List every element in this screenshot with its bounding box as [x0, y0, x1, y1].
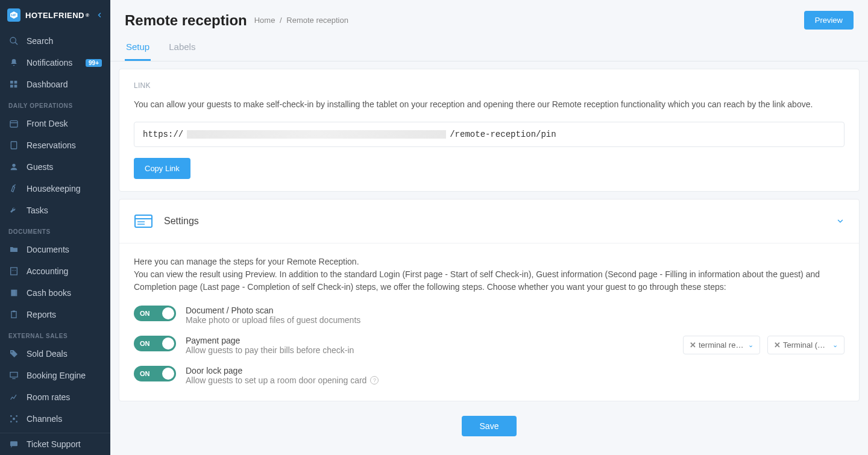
broom-icon: [8, 183, 19, 194]
page-header: Remote reception Home / Remote reception…: [110, 0, 868, 36]
sidebar-item-cash-books[interactable]: Cash books: [0, 282, 110, 304]
save-wrapper: Save: [110, 409, 868, 444]
sidebar-item-sold-deals[interactable]: Sold Deals: [0, 343, 110, 365]
link-card: LINK You can allow your guests to make s…: [119, 69, 860, 192]
sidebar-item-search[interactable]: Search: [0, 30, 110, 52]
section-daily-operations: DAILY OPERATIONS: [0, 95, 110, 113]
collapse-sidebar-icon[interactable]: [96, 11, 103, 19]
breadcrumb-sep: /: [280, 16, 282, 25]
chevron-down-icon[interactable]: [836, 217, 844, 225]
sidebar-label: Sold Deals: [27, 349, 68, 359]
search-icon: [8, 36, 19, 46]
svg-point-24: [10, 415, 12, 417]
monitor-icon: [8, 370, 19, 381]
sidebar-item-tasks[interactable]: Tasks: [0, 199, 110, 221]
sidebar-item-front-desk[interactable]: Front Desk: [0, 113, 110, 134]
svg-rect-29: [135, 215, 152, 227]
settings-description: Here you can manage the steps for your R…: [134, 256, 844, 293]
document-icon: [8, 140, 19, 151]
toggle-row-door-lock: ON Door lock page Allow guests to set up…: [134, 366, 844, 385]
sidebar-item-guests[interactable]: Guests: [0, 156, 110, 178]
wrench-icon: [8, 205, 19, 216]
toggle-subtitle: Make photo or upload files of guest docu…: [186, 315, 844, 325]
section-documents: DOCUMENTS: [0, 221, 110, 239]
sidebar-item-housekeeping[interactable]: Housekeeping: [0, 178, 110, 199]
svg-rect-28: [10, 441, 17, 446]
sidebar-item-reports[interactable]: Reports: [0, 304, 110, 325]
url-prefix: https://: [143, 130, 183, 139]
breadcrumb-current[interactable]: Remote reception: [286, 16, 348, 25]
svg-rect-10: [11, 142, 16, 149]
svg-point-15: [15, 270, 16, 271]
svg-rect-4: [10, 81, 13, 84]
dropdown-value: Terminal (Ady…: [783, 340, 829, 350]
breadcrumb: Home / Remote reception: [254, 16, 348, 25]
svg-rect-17: [16, 290, 17, 297]
preview-button[interactable]: Preview: [804, 11, 854, 30]
payment-dropdown-terminal-2[interactable]: ✕ Terminal (Ady… ⌄: [767, 336, 844, 354]
brand: HF HOTELFRIEND®: [0, 0, 110, 30]
url-suffix: /remote-reception/pin: [450, 130, 556, 139]
sidebar-label: Room rates: [27, 392, 70, 402]
sidebar-label: Documents: [27, 245, 69, 254]
save-button[interactable]: Save: [462, 416, 517, 436]
sidebar-item-channels[interactable]: Channels: [0, 408, 110, 430]
sidebar-item-booking-engine[interactable]: Booking Engine: [0, 365, 110, 386]
settings-header[interactable]: Settings: [119, 199, 859, 243]
settings-title: Settings: [164, 216, 836, 227]
sidebar-item-dashboard[interactable]: Dashboard: [0, 74, 110, 95]
sidebar-item-accounting[interactable]: Accounting: [0, 260, 110, 282]
sidebar-item-documents[interactable]: Documents: [0, 239, 110, 260]
sidebar-label: Booking Engine: [27, 371, 86, 380]
sidebar-label: Reservations: [27, 140, 76, 150]
copy-link-button[interactable]: Copy Link: [134, 158, 190, 179]
dropdown-value: terminal recep…: [699, 340, 744, 350]
sidebar-item-notifications[interactable]: Notifications 99+: [0, 52, 110, 74]
page-title: Remote reception: [125, 12, 247, 29]
sidebar-label: Reports: [27, 310, 56, 319]
toggle-knob: [162, 307, 174, 319]
help-icon[interactable]: ?: [370, 376, 379, 384]
sidebar-label: Dashboard: [27, 80, 68, 89]
svg-rect-8: [10, 121, 17, 127]
user-icon: [8, 162, 19, 172]
toggle-payment[interactable]: ON: [134, 336, 176, 351]
toggle-title: Door lock page: [186, 366, 844, 375]
sidebar-label: Accounting: [27, 266, 68, 276]
sidebar-label: Front Desk: [27, 119, 68, 128]
brand-name: HOTELFRIEND: [25, 11, 84, 20]
network-icon: [8, 413, 19, 424]
payment-dropdown-terminal-1[interactable]: ✕ terminal recep… ⌄: [683, 336, 760, 354]
settings-card: Settings Here you can manage the steps f…: [119, 199, 860, 401]
svg-point-20: [11, 351, 13, 353]
sidebar-item-reservations[interactable]: Reservations: [0, 134, 110, 156]
toggle-row-document-scan: ON Document / Photo scan Make photo or u…: [134, 306, 844, 325]
svg-line-3: [15, 42, 17, 45]
sidebar-label: Channels: [27, 414, 62, 424]
breadcrumb-home[interactable]: Home: [254, 16, 275, 25]
toggle-door-lock[interactable]: ON: [134, 366, 176, 381]
calculator-icon: [8, 266, 19, 277]
clear-icon[interactable]: ✕: [774, 340, 781, 350]
clear-icon[interactable]: ✕: [690, 340, 696, 350]
sidebar-label: Guests: [27, 162, 53, 172]
tab-setup[interactable]: Setup: [125, 36, 151, 61]
chart-icon: [8, 392, 19, 403]
sidebar-label: Housekeeping: [27, 184, 81, 193]
svg-text:HF: HF: [11, 13, 17, 17]
sidebar-item-ticket-support[interactable]: Ticket Support: [0, 433, 110, 455]
url-display[interactable]: https:// /remote-reception/pin: [134, 122, 844, 147]
calendar-icon: [8, 118, 19, 129]
svg-rect-21: [10, 372, 17, 377]
sidebar-item-room-rates[interactable]: Room rates: [0, 386, 110, 408]
toggle-document-scan[interactable]: ON: [134, 306, 176, 321]
dashboard-icon: [8, 79, 19, 90]
toggle-subtitle: Allow guests to set up a room door openi…: [186, 375, 844, 385]
notifications-badge: 99+: [86, 59, 102, 67]
svg-point-2: [10, 37, 16, 43]
svg-rect-6: [10, 85, 13, 88]
svg-rect-16: [11, 290, 16, 297]
tab-labels[interactable]: Labels: [168, 36, 197, 61]
sidebar-label: Notifications: [27, 58, 72, 67]
tabs: Setup Labels: [110, 36, 868, 61]
